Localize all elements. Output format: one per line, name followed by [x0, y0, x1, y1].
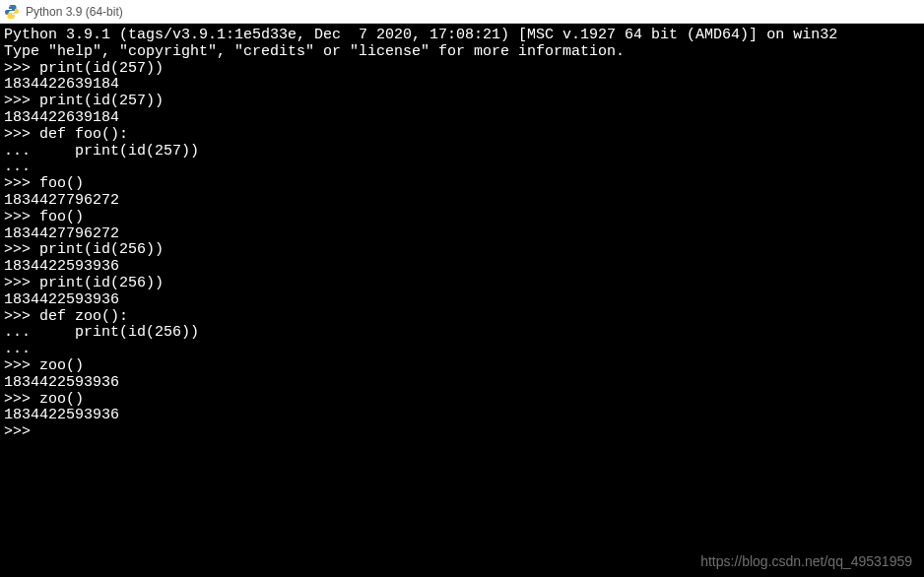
terminal-line: >>> zoo()	[4, 358, 920, 375]
terminal-line: >>> def zoo():	[4, 309, 920, 326]
terminal-line: ...	[4, 342, 920, 358]
terminal-line: 1834427796272	[4, 226, 920, 243]
window-title: Python 3.9 (64-bit)	[26, 5, 123, 19]
terminal-line: >>> print(id(257))	[4, 61, 920, 78]
svg-point-1	[13, 16, 14, 17]
terminal-line: 1834422593936	[4, 408, 920, 424]
python-icon	[4, 4, 20, 20]
svg-point-0	[9, 5, 10, 6]
terminal-line: 1834422639184	[4, 77, 920, 94]
terminal-line: ...	[4, 160, 920, 176]
terminal-line: >>>	[4, 424, 920, 441]
terminal-line: 1834422593936	[4, 259, 920, 276]
terminal-line: >>> print(id(257))	[4, 94, 920, 110]
terminal-line: 1834422593936	[4, 375, 920, 392]
terminal-line: >>> def foo():	[4, 127, 920, 144]
terminal-line: >>> print(id(256))	[4, 276, 920, 292]
terminal-line: >>> print(id(256))	[4, 242, 920, 259]
terminal-line: 1834422593936	[4, 292, 920, 309]
terminal-line: ... print(id(257))	[4, 144, 920, 160]
terminal-line: >>> foo()	[4, 176, 920, 193]
terminal-line: ... print(id(256))	[4, 325, 920, 342]
window-titlebar: Python 3.9 (64-bit)	[0, 0, 924, 24]
terminal-line: >>> foo()	[4, 210, 920, 226]
terminal-output[interactable]: Python 3.9.1 (tags/v3.9.1:1e5d33e, Dec 7…	[0, 24, 924, 577]
terminal-line: 1834427796272	[4, 193, 920, 210]
terminal-line: 1834422639184	[4, 110, 920, 127]
terminal-line: Python 3.9.1 (tags/v3.9.1:1e5d33e, Dec 7…	[4, 28, 920, 44]
terminal-line: Type "help", "copyright", "credits" or "…	[4, 44, 920, 61]
terminal-line: >>> zoo()	[4, 392, 920, 409]
